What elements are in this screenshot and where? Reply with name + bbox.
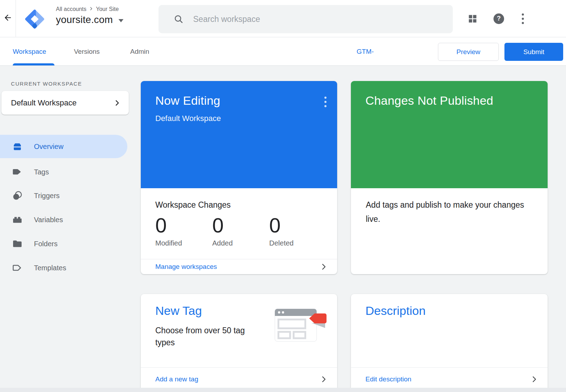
new-tag-subtitle: Choose from over 50 tag types <box>155 324 261 348</box>
tab-admin[interactable]: Admin <box>130 38 149 66</box>
sidebar-item-templates[interactable]: Templates <box>0 256 127 279</box>
account-title-block: All accounts Your Site yoursite.com <box>56 6 123 25</box>
workspace-name: Default Workspace <box>11 98 113 108</box>
folder-icon <box>12 238 23 249</box>
changes-not-published-title: Changes Not Published <box>365 94 493 108</box>
chevron-right-icon <box>113 99 121 107</box>
sidebar-item-triggers[interactable]: Triggers <box>0 184 127 207</box>
tab-versions[interactable]: Versions <box>74 38 100 66</box>
active-tab-underline <box>13 63 54 65</box>
template-icon <box>12 262 23 273</box>
new-tag-title: New Tag <box>155 304 202 318</box>
stat-label: Modified <box>155 239 212 247</box>
back-arrow-icon <box>3 13 12 24</box>
stat-deleted: 0 Deleted <box>269 213 326 247</box>
preview-button[interactable]: Preview <box>438 43 499 61</box>
breadcrumb-your-site[interactable]: Your Site <box>96 6 119 12</box>
apps-grid-button[interactable] <box>464 0 481 37</box>
site-name: yoursite.com <box>56 14 113 25</box>
changes-not-published-card: Changes Not Published Add tags and publi… <box>351 81 548 274</box>
search-input[interactable] <box>193 15 420 24</box>
help-button[interactable]: ? <box>490 0 507 37</box>
gtm-workspace-page: All accounts Your Site yoursite.com ? <box>0 0 566 392</box>
add-new-tag-link: Add a new tag <box>155 375 319 383</box>
top-header: All accounts Your Site yoursite.com ? <box>0 0 566 37</box>
sidebar-item-folders[interactable]: Folders <box>0 232 127 255</box>
current-workspace-label: CURRENT WORKSPACE <box>11 81 82 87</box>
help-glyph: ? <box>497 15 501 22</box>
breadcrumb: All accounts Your Site <box>56 6 123 12</box>
back-button[interactable] <box>0 0 16 37</box>
changes-not-published-body: Add tags and publish to make your change… <box>366 198 525 226</box>
breadcrumb-chevron-icon <box>89 6 93 12</box>
now-editing-header: Now Editing Default Workspace <box>141 81 337 188</box>
workspace-changes-stats: 0 Modified 0 Added 0 Deleted <box>155 213 326 247</box>
stat-label: Deleted <box>269 239 326 247</box>
trigger-icon <box>12 190 23 201</box>
workspace-changes-title: Workspace Changes <box>155 200 231 210</box>
main-tabbar: Workspace Versions Admin GTM- Preview Su… <box>0 38 566 66</box>
stat-modified: 0 Modified <box>155 213 212 247</box>
breadcrumb-all-accounts[interactable]: All accounts <box>56 6 86 12</box>
sidebar-item-label: Templates <box>34 264 66 272</box>
dropdown-caret-icon <box>119 19 123 22</box>
header-divider <box>16 0 16 37</box>
card-kebab-menu-icon[interactable] <box>323 95 328 109</box>
stat-value: 0 <box>212 213 269 238</box>
overview-icon <box>12 141 23 152</box>
kebab-menu-icon <box>522 13 524 24</box>
search-icon <box>173 14 184 24</box>
tab-workspace[interactable]: Workspace <box>13 38 46 66</box>
more-options-button[interactable] <box>514 0 531 37</box>
new-tag-illustration <box>273 305 327 346</box>
description-title: Description <box>365 304 426 318</box>
stat-added: 0 Added <box>212 213 269 247</box>
now-editing-title: Now Editing <box>155 94 220 108</box>
changes-not-published-header: Changes Not Published <box>351 81 548 188</box>
now-editing-card: Now Editing Default Workspace Workspace … <box>141 81 337 274</box>
stat-value: 0 <box>269 213 326 238</box>
tag-icon <box>12 166 23 178</box>
sidebar-item-label: Variables <box>34 216 63 224</box>
submit-button[interactable]: Submit <box>504 43 563 61</box>
chevron-right-icon <box>530 375 538 384</box>
chevron-right-icon <box>319 375 328 384</box>
sidebar-item-label: Folders <box>34 240 58 248</box>
stat-value: 0 <box>155 213 212 238</box>
grid-icon <box>467 13 478 24</box>
sidebar-item-label: Triggers <box>34 192 60 200</box>
sidebar-item-label: Overview <box>34 143 63 151</box>
manage-workspaces-row[interactable]: Manage workspaces <box>141 259 337 274</box>
chevron-right-icon <box>319 263 328 271</box>
container-id-link[interactable]: GTM- <box>357 38 374 66</box>
stat-label: Added <box>212 239 269 247</box>
new-tag-card: New Tag Choose from over 50 tag types Ad… <box>141 294 337 391</box>
sidebar-item-tags[interactable]: Tags <box>0 160 127 184</box>
description-card: Description Edit description <box>351 294 548 391</box>
edit-description-link: Edit description <box>365 375 530 383</box>
page-bottom-strip <box>0 388 566 392</box>
container-switcher[interactable]: yoursite.com <box>56 14 123 25</box>
variable-icon <box>12 214 23 225</box>
workspace-selector-card[interactable]: Default Workspace <box>1 91 129 115</box>
manage-workspaces-link: Manage workspaces <box>155 263 319 271</box>
gtm-logo <box>25 9 45 29</box>
sidebar-item-overview[interactable]: Overview <box>0 135 127 158</box>
sidebar-item-label: Tags <box>34 168 49 176</box>
search-bar <box>158 5 453 33</box>
now-editing-subtitle: Default Workspace <box>155 114 221 123</box>
sidebar-item-variables[interactable]: Variables <box>0 208 127 231</box>
help-icon: ? <box>493 13 504 24</box>
